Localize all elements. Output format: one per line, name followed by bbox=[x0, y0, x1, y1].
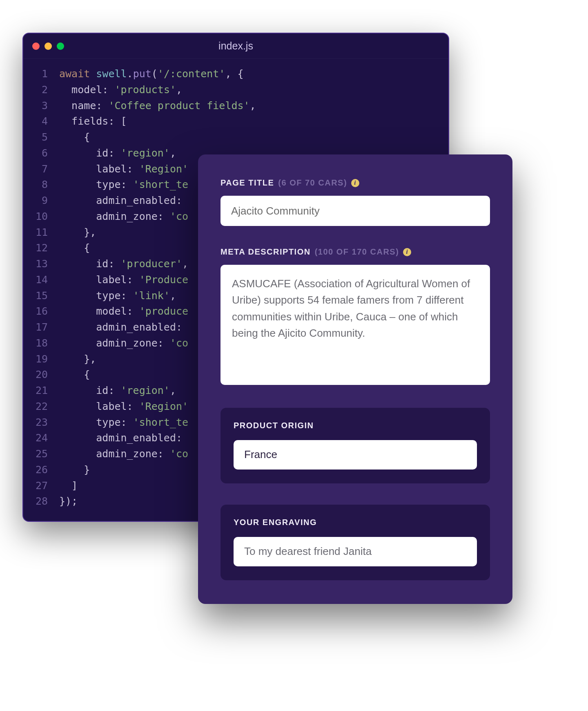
line-number: 5 bbox=[23, 130, 48, 145]
page-title-label: PAGE TITLE (6 OF 70 CARS) i bbox=[220, 178, 490, 188]
info-icon[interactable]: i bbox=[351, 179, 359, 187]
product-origin-label: PRODUCT ORIGIN bbox=[234, 421, 477, 430]
line-number-gutter: 1234567891011121314151617181920212223242… bbox=[23, 66, 59, 510]
code-line: { bbox=[59, 130, 448, 145]
line-number: 22 bbox=[23, 399, 48, 415]
line-number: 23 bbox=[23, 415, 48, 431]
line-number: 26 bbox=[23, 462, 48, 478]
meta-description-input[interactable] bbox=[220, 265, 490, 385]
line-number: 6 bbox=[23, 145, 48, 161]
line-number: 17 bbox=[23, 320, 48, 335]
line-number: 7 bbox=[23, 161, 48, 177]
code-line: name: 'Coffee product fields', bbox=[59, 98, 448, 114]
char-count-hint: (6 OF 70 CARS) bbox=[278, 178, 347, 188]
label-text: YOUR ENGRAVING bbox=[234, 518, 317, 527]
char-count-hint: (100 OF 170 CARS) bbox=[315, 247, 399, 257]
page-title-input[interactable] bbox=[220, 196, 490, 226]
code-line: fields: [ bbox=[59, 114, 448, 130]
label-text: PAGE TITLE bbox=[220, 178, 274, 188]
line-number: 16 bbox=[23, 304, 48, 320]
engraving-card: YOUR ENGRAVING bbox=[220, 505, 490, 580]
product-origin-input[interactable] bbox=[234, 440, 477, 470]
line-number: 19 bbox=[23, 351, 48, 367]
line-number: 13 bbox=[23, 256, 48, 272]
product-origin-card: PRODUCT ORIGIN bbox=[220, 408, 490, 483]
code-line: model: 'products', bbox=[59, 82, 448, 98]
label-text: PRODUCT ORIGIN bbox=[234, 421, 314, 430]
meta-description-label: META DESCRIPTION (100 OF 170 CARS) i bbox=[220, 247, 490, 257]
zoom-icon[interactable] bbox=[57, 42, 64, 50]
line-number: 3 bbox=[23, 98, 48, 114]
line-number: 18 bbox=[23, 335, 48, 351]
line-number: 10 bbox=[23, 209, 48, 225]
line-number: 20 bbox=[23, 367, 48, 383]
line-number: 24 bbox=[23, 430, 48, 446]
line-number: 27 bbox=[23, 478, 48, 494]
line-number: 1 bbox=[23, 66, 48, 82]
code-line: await swell.put('/:content', { bbox=[59, 66, 448, 82]
content-form-panel: PAGE TITLE (6 OF 70 CARS) i META DESCRIP… bbox=[198, 154, 512, 604]
window-titlebar: index.js bbox=[23, 34, 448, 59]
info-icon[interactable]: i bbox=[403, 248, 411, 256]
engraving-label: YOUR ENGRAVING bbox=[234, 518, 477, 527]
line-number: 8 bbox=[23, 177, 48, 193]
label-text: META DESCRIPTION bbox=[220, 247, 311, 257]
page-title-group: PAGE TITLE (6 OF 70 CARS) i bbox=[220, 178, 490, 226]
line-number: 21 bbox=[23, 383, 48, 399]
line-number: 28 bbox=[23, 494, 48, 510]
line-number: 9 bbox=[23, 193, 48, 209]
line-number: 4 bbox=[23, 114, 48, 130]
meta-description-group: META DESCRIPTION (100 OF 170 CARS) i bbox=[220, 247, 490, 387]
line-number: 15 bbox=[23, 288, 48, 304]
minimize-icon[interactable] bbox=[45, 42, 52, 50]
line-number: 11 bbox=[23, 225, 48, 241]
close-icon[interactable] bbox=[32, 42, 40, 50]
engraving-input[interactable] bbox=[234, 537, 477, 566]
line-number: 2 bbox=[23, 82, 48, 98]
window-title: index.js bbox=[218, 40, 253, 52]
line-number: 25 bbox=[23, 446, 48, 462]
window-controls bbox=[32, 42, 64, 50]
line-number: 12 bbox=[23, 240, 48, 256]
line-number: 14 bbox=[23, 272, 48, 288]
